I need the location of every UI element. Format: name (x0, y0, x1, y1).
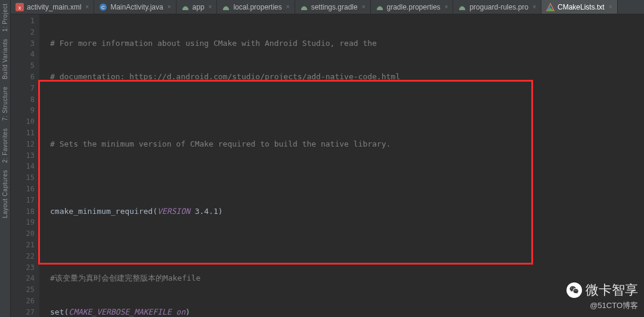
line-number: 9 (11, 105, 35, 116)
gradle-file-icon (181, 3, 190, 11)
tab-label: settings.gradle (311, 3, 358, 11)
xml-file-icon: x (16, 3, 24, 11)
tab-label: app (193, 3, 205, 11)
line-number: 1 (11, 15, 35, 27)
editor-tab[interactable]: CMainActivity.java× (94, 0, 176, 14)
watermark-sub: @51CTO博客 (566, 300, 638, 311)
close-icon[interactable]: × (362, 4, 366, 10)
tab-label: local.properties (233, 3, 281, 11)
line-number: 4 (11, 49, 35, 60)
editor-tab[interactable]: CMakeLists.txt× (541, 0, 618, 14)
line-number: 20 (11, 228, 35, 240)
editor-tab[interactable]: settings.gradle× (295, 0, 371, 14)
line-number: 14 (11, 161, 35, 172)
close-icon[interactable]: × (609, 4, 612, 10)
tab-label: proguard-rules.pro (469, 3, 528, 11)
line-number: 22 (11, 251, 35, 262)
gradle-file-icon (222, 3, 230, 11)
tab-label: activity_main.xml (27, 3, 81, 11)
close-icon[interactable]: × (209, 4, 212, 10)
line-number: 6 (11, 72, 35, 83)
watermark: 微卡智享 @51CTO博客 (566, 281, 638, 311)
close-icon[interactable]: × (445, 4, 448, 10)
close-icon[interactable]: × (168, 4, 171, 10)
line-number: 11 (11, 128, 35, 139)
line-number: 21 (11, 240, 35, 251)
close-icon[interactable]: × (532, 4, 536, 10)
line-number: 16 (11, 184, 35, 195)
editor-tab[interactable]: local.properties× (217, 0, 295, 14)
line-number: 26 (11, 296, 35, 307)
comment: # documentation: https://d.android.com/s… (50, 72, 400, 81)
code-editor[interactable]: # For more information about using CMake… (39, 14, 644, 317)
close-icon[interactable]: × (85, 4, 89, 10)
editor-tab-bar: xactivity_main.xml×CMainActivity.java×ap… (11, 0, 644, 14)
line-number: 25 (11, 284, 35, 296)
close-icon[interactable]: × (286, 4, 290, 10)
tool-project[interactable]: 1: Project (1, 0, 10, 35)
comment: # For more information about using CMake… (50, 39, 377, 48)
watermark-title: 微卡智享 (586, 281, 638, 299)
svg-text:x: x (18, 5, 21, 11)
line-number: 10 (11, 116, 35, 128)
line-number: 15 (11, 172, 35, 184)
cmake-file-icon (546, 3, 555, 11)
tool-favorites[interactable]: 2: Favorites (1, 125, 10, 166)
line-number: 2 (11, 27, 35, 38)
gradle-file-icon (300, 3, 308, 11)
wechat-icon (566, 282, 582, 298)
editor-tab[interactable]: xactivity_main.xml× (11, 0, 94, 14)
tab-label: CMakeLists.txt (558, 3, 605, 11)
line-number: 17 (11, 195, 35, 206)
line-number: 24 (11, 273, 35, 284)
line-number: 27 (11, 307, 35, 317)
editor-tab[interactable]: app× (177, 0, 218, 14)
gradle-file-icon (376, 3, 384, 11)
editor-tab[interactable]: gradle.properties× (371, 0, 454, 14)
tool-build-variants[interactable]: Build Variants (1, 35, 10, 83)
editor-tab[interactable]: proguard-rules.pro× (453, 0, 541, 14)
comment: # Sets the minimum version of CMake requ… (50, 139, 391, 148)
tool-structure[interactable]: 7: Structure (1, 83, 10, 125)
tool-layout-captures[interactable]: Layout Captures (1, 166, 10, 222)
line-number: 7 (11, 83, 35, 94)
line-number: 18 (11, 206, 35, 217)
tab-label: MainActivity.java (110, 3, 163, 11)
line-gutter: 1234567891011121314151617181920212223242… (11, 14, 39, 317)
left-tool-strip: 1: Project Build Variants 7: Structure 2… (0, 0, 11, 317)
line-number: 5 (11, 60, 35, 72)
java-file-icon: C (99, 3, 107, 11)
line-number: 13 (11, 150, 35, 161)
fn-call: set (50, 307, 64, 316)
comment: #该变量为真时会创建完整版本的Makefile (50, 274, 200, 282)
line-number: 19 (11, 217, 35, 228)
gradle-file-icon (458, 3, 466, 11)
line-number: 12 (11, 139, 35, 150)
line-number: 23 (11, 262, 35, 274)
tab-label: gradle.properties (387, 3, 441, 11)
fn-call: cmake_minimum_required (50, 207, 153, 216)
line-number: 8 (11, 94, 35, 105)
line-number: 3 (11, 38, 35, 49)
svg-text:C: C (101, 5, 105, 10)
